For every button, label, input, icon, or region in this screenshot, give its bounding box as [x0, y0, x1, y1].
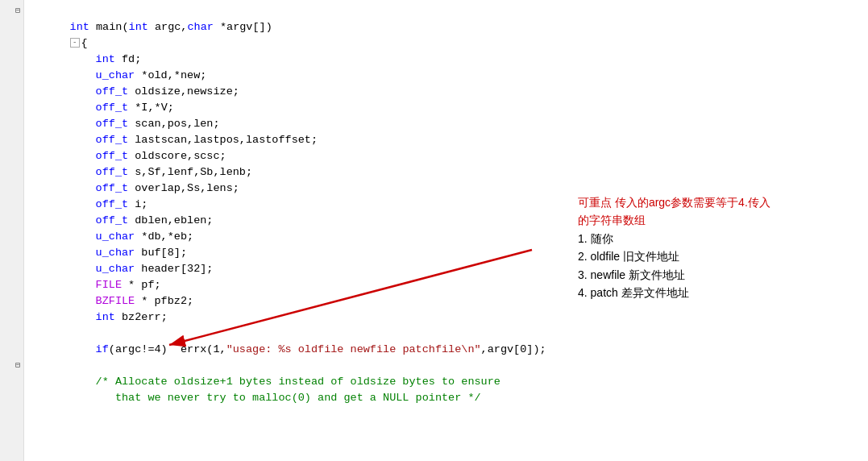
annotation-item4: 4. patch 差异文件地址 [578, 284, 852, 301]
code-container: ⊟ ⊟ int main(int argc,char *argv[]) [0, 0, 868, 461]
fold-marker-1[interactable]: ⊟ [0, 3, 23, 19]
annotation-item1: 1. 随你 [578, 230, 852, 247]
code-line-21: if(argc!=4) errx(1,"usage: %s oldfile ne… [31, 326, 868, 342]
annotation-item3: 3. newfile 新文件地址 [578, 266, 852, 284]
line-num-2 [0, 19, 23, 35]
annotation-box: 可重点 传入的argc参数需要等于4.传入 的字符串数组 1. 随你 2. ol… [578, 193, 852, 301]
code-line-3: int fd; [31, 35, 868, 52]
code-line-1: int main(int argc,char *argv[]) [31, 3, 868, 19]
annotation-item2: 2. oldfile 旧文件地址 [578, 247, 852, 265]
fold-button[interactable]: - [70, 38, 80, 48]
keyword-int: int [70, 21, 89, 33]
annotation-line2: 的字符串数组 [578, 214, 646, 226]
code-line-4: u_char *old,*new; [31, 52, 868, 68]
fold-marker-2[interactable]: ⊟ [0, 358, 23, 374]
code-line-23: /* Allocate oldsize+1 bytes instead of o… [31, 358, 868, 374]
line-numbers: ⊟ ⊟ [0, 0, 24, 461]
annotation-line1: 可重点 传入的argc参数需要等于4.传入 [578, 196, 770, 209]
